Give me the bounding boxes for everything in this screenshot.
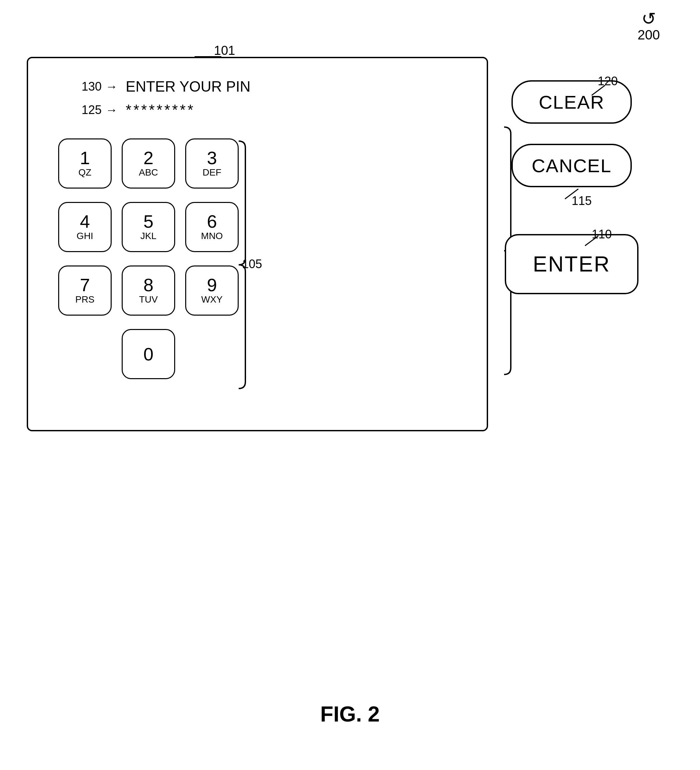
- svg-line-1: [565, 189, 578, 199]
- key-2[interactable]: 2 ABC: [122, 138, 175, 189]
- prompt-area: 130 → ENTER YOUR PIN 125 → *********: [82, 78, 251, 125]
- key-4[interactable]: 4 GHI: [58, 202, 112, 252]
- label-110-line: [582, 232, 602, 249]
- label-101: 101: [214, 44, 235, 58]
- label-keypad-ref: 105: [242, 257, 262, 271]
- key-7-letters: PRS: [75, 294, 95, 305]
- key-8[interactable]: 8 TUV: [122, 265, 175, 315]
- key-8-letters: TUV: [139, 294, 158, 305]
- main-display-box: 130 → ENTER YOUR PIN 125 → ********* 1 Q…: [27, 57, 488, 431]
- label-125: 125: [82, 103, 102, 117]
- arrow-130: →: [106, 79, 118, 94]
- cancel-button[interactable]: CANCEL: [511, 144, 632, 187]
- key-3-letters: DEF: [202, 167, 221, 178]
- arrow-125: →: [106, 103, 118, 117]
- key-3-number: 3: [207, 149, 217, 167]
- label-130: 130: [82, 79, 102, 94]
- enter-button-label: ENTER: [533, 252, 610, 277]
- key-5-number: 5: [144, 212, 154, 230]
- figure-number-top: ↺ 200: [637, 10, 660, 42]
- key-1[interactable]: 1 QZ: [58, 138, 112, 189]
- cancel-button-label: CANCEL: [532, 155, 611, 176]
- key-4-letters: GHI: [76, 230, 93, 242]
- key-6-number: 6: [207, 212, 217, 230]
- key-4-number: 4: [80, 212, 90, 230]
- key-0-number: 0: [144, 345, 154, 363]
- key-2-number: 2: [144, 149, 154, 167]
- figure-caption: FIG. 2: [320, 702, 380, 726]
- key-1-letters: QZ: [79, 167, 92, 178]
- key-7-number: 7: [80, 276, 90, 294]
- figure-number-label: 200: [637, 28, 660, 42]
- label-120-line: [588, 82, 608, 99]
- label-115-line: [562, 186, 582, 202]
- svg-line-0: [592, 85, 605, 95]
- keypad-area: 1 QZ 2 ABC 3 DEF 4 GHI 5 JKL 6 MNO 7 PRS…: [58, 138, 239, 382]
- enter-button[interactable]: ENTER: [505, 234, 639, 294]
- prompt-row-pin: 125 → *********: [82, 102, 251, 118]
- key-0[interactable]: 0: [122, 329, 175, 379]
- prompt-row-title: 130 → ENTER YOUR PIN: [82, 78, 251, 95]
- prompt-title-text: ENTER YOUR PIN: [126, 78, 251, 95]
- pin-dots-display: *********: [126, 102, 195, 118]
- refresh-icon: ↺: [642, 10, 656, 28]
- key-9-letters: WXY: [201, 294, 223, 305]
- key-5[interactable]: 5 JKL: [122, 202, 175, 252]
- key-1-number: 1: [80, 149, 90, 167]
- key-6-letters: MNO: [201, 230, 223, 242]
- key-7[interactable]: 7 PRS: [58, 265, 112, 315]
- key-2-letters: ABC: [139, 167, 158, 178]
- key-8-number: 8: [144, 276, 154, 294]
- key-9-number: 9: [207, 276, 217, 294]
- key-5-letters: JKL: [141, 230, 157, 242]
- svg-line-2: [585, 236, 598, 246]
